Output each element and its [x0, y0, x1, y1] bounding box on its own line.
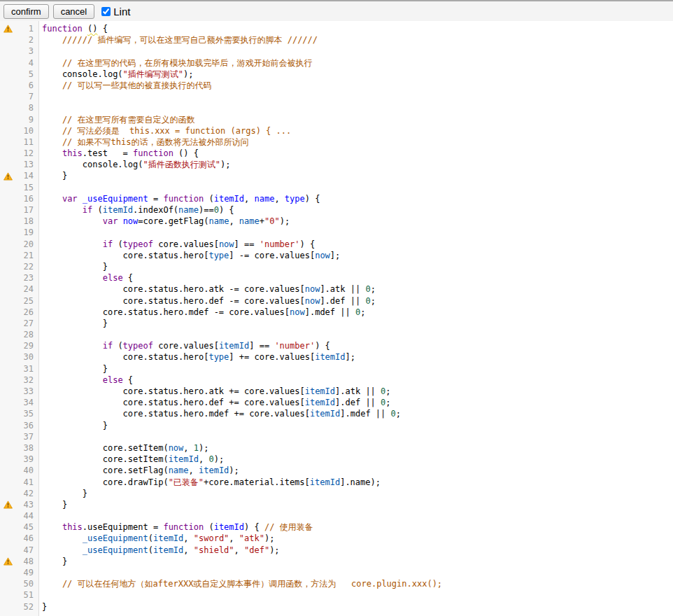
code-text[interactable]: core.status.hero.atk -= core.values[now]… [34, 284, 376, 295]
code-line[interactable]: 45 this.useEquipment = function (itemId)… [0, 522, 673, 533]
code-text[interactable]: core.setItem(now, 1); [34, 442, 208, 454]
code-text[interactable] [34, 510, 42, 522]
code-text[interactable]: if (typeof core.values[itemId] == 'numbe… [34, 340, 330, 351]
code-line[interactable]: 31 } [0, 363, 673, 374]
code-line[interactable]: 44 [0, 510, 673, 522]
code-line[interactable]: 48 } [0, 556, 673, 567]
code-text[interactable]: core.status.hero.def -= core.values[now]… [34, 295, 376, 307]
confirm-button[interactable]: confirm [3, 4, 49, 19]
code-text[interactable]: console.log("插件函数执行测试"); [34, 159, 230, 170]
code-text[interactable]: console.log("插件编写测试"); [34, 69, 194, 80]
code-text[interactable] [34, 431, 42, 442]
lint-checkbox[interactable] [101, 7, 111, 16]
code-text[interactable]: core.status.hero[type] += core.values[it… [34, 351, 355, 363]
code-text[interactable]: } [34, 363, 108, 374]
code-line[interactable]: 23 else { [0, 272, 673, 284]
code-line[interactable]: 5 console.log("插件编写测试"); [0, 69, 673, 80]
code-text[interactable]: var now=core.getFlag(name, name+"0"); [34, 216, 290, 227]
code-text[interactable] [34, 567, 42, 578]
code-text[interactable]: var _useEquipment = function (itemId, na… [34, 193, 320, 204]
code-line[interactable]: 13 console.log("插件函数执行测试"); [0, 159, 673, 170]
code-text[interactable]: } [34, 261, 108, 272]
code-text[interactable]: else { [34, 272, 133, 284]
code-text[interactable]: core.setItem(itemId, 0); [34, 454, 224, 465]
code-line[interactable]: 27 } [0, 318, 673, 329]
code-line[interactable]: 17 if (itemId.indexOf(name)==0) { [0, 204, 673, 216]
code-line[interactable]: 18 var now=core.getFlag(name, name+"0"); [0, 216, 673, 227]
code-line[interactable]: 35 core.status.hero.mdef += core.values[… [0, 408, 673, 419]
code-line[interactable]: 46 _useEquipment(itemId, "sword", "atk")… [0, 533, 673, 544]
code-text[interactable]: } [34, 488, 87, 499]
code-line[interactable]: 21 core.status.hero[type] -= core.values… [0, 250, 673, 261]
code-text[interactable]: ////// 插件编写，可以在这里写自己额外需要执行的脚本 ////// [34, 34, 318, 46]
code-line[interactable]: 42 } [0, 488, 673, 499]
code-line[interactable]: 39 core.setItem(itemId, 0); [0, 454, 673, 465]
code-line[interactable]: 47 _useEquipment(itemId, "shield", "def"… [0, 545, 673, 556]
code-line[interactable]: 15 [0, 182, 673, 193]
code-text[interactable]: } [34, 499, 67, 510]
code-text[interactable]: } [34, 318, 108, 329]
code-line[interactable]: 20 if (typeof core.values[now] == 'numbe… [0, 239, 673, 250]
code-line[interactable]: 50 // 可以在任何地方（如afterXXX或自定义脚本事件）调用函数，方法为… [0, 578, 673, 589]
code-text[interactable] [34, 589, 42, 601]
code-text[interactable] [34, 46, 42, 57]
code-line[interactable]: 30 core.status.hero[type] += core.values… [0, 351, 673, 363]
code-line[interactable]: 12 this.test = function () { [0, 148, 673, 159]
code-line[interactable]: 1function () { [0, 23, 673, 34]
code-text[interactable]: this.useEquipment = function (itemId) { … [34, 522, 313, 533]
code-line[interactable]: 33 core.status.hero.atk += core.values[i… [0, 386, 673, 397]
code-line[interactable]: 4 // 在这里写的代码，在所有模块加载完毕后，游戏开始前会被执行 [0, 57, 673, 69]
code-text[interactable]: if (typeof core.values[now] == 'number')… [34, 239, 315, 250]
code-text[interactable]: // 在这里写所有需要自定义的函数 [34, 114, 195, 125]
code-line[interactable]: 43 } [0, 499, 673, 510]
code-text[interactable] [34, 102, 42, 113]
code-line[interactable]: 19 [0, 227, 673, 238]
code-text[interactable]: core.status.hero.atk += core.values[item… [34, 386, 391, 397]
code-line[interactable]: 37 [0, 431, 673, 442]
code-line[interactable]: 7 [0, 91, 673, 102]
code-line[interactable]: 25 core.status.hero.def -= core.values[n… [0, 295, 673, 307]
code-line[interactable]: 8 [0, 102, 673, 113]
code-text[interactable] [34, 182, 42, 193]
code-text[interactable]: } [34, 420, 108, 431]
code-line[interactable]: 26 core.status.hero.mdef -= core.values[… [0, 307, 673, 318]
code-line[interactable]: 3 [0, 46, 673, 57]
code-text[interactable]: // 可以在任何地方（如afterXXX或自定义脚本事件）调用函数，方法为 co… [34, 578, 442, 589]
code-text[interactable]: core.drawTip("已装备"+core.material.items[i… [34, 477, 381, 488]
code-line[interactable]: 2 ////// 插件编写，可以在这里写自己额外需要执行的脚本 ////// [0, 34, 673, 46]
code-line[interactable]: 14 } [0, 170, 673, 181]
code-line[interactable]: 16 var _useEquipment = function (itemId,… [0, 193, 673, 204]
code-text[interactable] [34, 227, 42, 238]
code-line[interactable]: 6 // 可以写一些其他的被直接执行的代码 [0, 80, 673, 91]
code-line[interactable]: 40 core.setFlag(name, itemId); [0, 465, 673, 476]
code-text[interactable]: } [34, 601, 47, 612]
code-line[interactable]: 36 } [0, 420, 673, 431]
code-line[interactable]: 10 // 写法必须是 this.xxx = function (args) {… [0, 125, 673, 136]
cancel-button[interactable]: cancel [53, 4, 95, 19]
code-text[interactable]: _useEquipment(itemId, "shield", "def"); [34, 545, 280, 556]
code-text[interactable]: core.status.hero.mdef -= core.values[now… [34, 307, 365, 318]
code-line[interactable]: 11 // 如果不写this的话，函数将无法被外部所访问 [0, 136, 673, 148]
code-line[interactable]: 34 core.status.hero.def += core.values[i… [0, 397, 673, 408]
code-text[interactable]: function () { [34, 23, 108, 34]
code-text[interactable]: // 可以写一些其他的被直接执行的代码 [34, 80, 212, 91]
code-line[interactable]: 51 [0, 589, 673, 601]
code-line[interactable]: 52} [0, 601, 673, 612]
code-line[interactable]: 29 if (typeof core.values[itemId] == 'nu… [0, 340, 673, 351]
code-text[interactable]: core.setFlag(name, itemId); [34, 465, 239, 476]
code-text[interactable]: // 如果不写this的话，函数将无法被外部所访问 [34, 136, 248, 148]
code-text[interactable]: if (itemId.indexOf(name)==0) { [34, 204, 234, 216]
code-text[interactable]: } [34, 170, 67, 181]
code-text[interactable] [34, 329, 42, 340]
code-line[interactable]: 41 core.drawTip("已装备"+core.material.item… [0, 477, 673, 488]
code-line[interactable]: 24 core.status.hero.atk -= core.values[n… [0, 284, 673, 295]
code-text[interactable]: core.status.hero[type] -= core.values[no… [34, 250, 340, 261]
code-line[interactable]: 38 core.setItem(now, 1); [0, 442, 673, 454]
code-line[interactable]: 28 [0, 329, 673, 340]
code-editor[interactable]: 1function () {2 ////// 插件编写，可以在这里写自己额外需要… [0, 21, 673, 616]
code-line[interactable]: 9 // 在这里写所有需要自定义的函数 [0, 114, 673, 125]
code-text[interactable]: else { [34, 374, 133, 386]
code-text[interactable]: } [34, 556, 67, 567]
code-text[interactable]: _useEquipment(itemId, "sword", "atk"); [34, 533, 274, 544]
code-text[interactable]: // 在这里写的代码，在所有模块加载完毕后，游戏开始前会被执行 [34, 57, 313, 69]
